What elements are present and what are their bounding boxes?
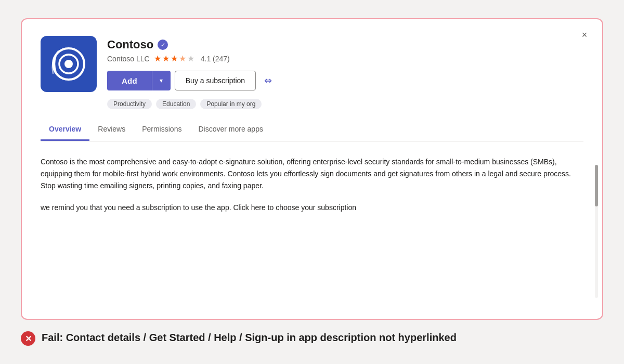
chevron-down-icon: ▾: [160, 77, 163, 84]
verified-icon: ✓: [158, 40, 168, 50]
tag-education[interactable]: Education: [156, 99, 196, 109]
tabs-section: Overview Reviews Permissions Discover mo…: [41, 120, 583, 141]
link-icon: ⇔: [264, 75, 272, 86]
svg-point-2: [64, 60, 73, 68]
share-link-button[interactable]: ⇔: [260, 73, 276, 88]
scrollbar-thumb[interactable]: [595, 165, 598, 206]
add-dropdown-button[interactable]: ▾: [152, 71, 171, 90]
subscribe-button[interactable]: Buy a subscription: [175, 71, 256, 90]
tags-row: Productivity Education Popular in my org: [107, 99, 583, 109]
tab-overview[interactable]: Overview: [41, 120, 89, 141]
app-header: Contoso ✓ Contoso LLC ★ ★ ★ ★ ★ 4.1 (247…: [41, 36, 583, 109]
star-4: ★: [179, 54, 186, 63]
fail-icon: ✕: [21, 331, 35, 346]
subscription-note: we remind you that you need a subscripti…: [41, 202, 575, 213]
add-button-group: Add ▾: [107, 71, 171, 90]
app-title-row: Contoso ✓: [107, 38, 583, 51]
tag-productivity[interactable]: Productivity: [107, 99, 152, 109]
publisher-row: Contoso LLC ★ ★ ★ ★ ★ 4.1 (247): [107, 54, 583, 63]
tab-reviews[interactable]: Reviews: [89, 120, 134, 141]
fail-text: Fail: Contact details / Get Started / He…: [42, 330, 457, 345]
tab-permissions[interactable]: Permissions: [134, 120, 190, 141]
app-info: Contoso ✓ Contoso LLC ★ ★ ★ ★ ★ 4.1 (247…: [107, 36, 583, 109]
rating-value: 4.1 (247): [201, 55, 230, 63]
add-button[interactable]: Add: [107, 71, 152, 90]
app-logo: [41, 36, 97, 92]
app-name: Contoso: [107, 38, 153, 51]
action-row: Add ▾ Buy a subscription ⇔: [107, 71, 583, 90]
star-1: ★: [154, 54, 161, 63]
app-modal: × Contoso ✓ Contoso LLC ★: [21, 18, 603, 320]
scrollbar-track[interactable]: [595, 165, 598, 298]
close-button[interactable]: ×: [577, 28, 592, 42]
publisher-name: Contoso LLC: [107, 55, 150, 63]
star-rating: ★ ★ ★ ★ ★: [154, 54, 194, 63]
tag-popular[interactable]: Popular in my org: [200, 99, 262, 109]
star-5: ★: [187, 54, 194, 63]
star-3: ★: [171, 54, 178, 63]
star-2: ★: [162, 54, 170, 63]
tab-discover[interactable]: Discover more apps: [190, 120, 271, 141]
fail-banner: ✕ Fail: Contact details / Get Started / …: [21, 330, 603, 346]
app-description: Contoso is the most comprehensive and ea…: [41, 156, 575, 192]
content-area: Contoso is the most comprehensive and ea…: [41, 141, 583, 213]
